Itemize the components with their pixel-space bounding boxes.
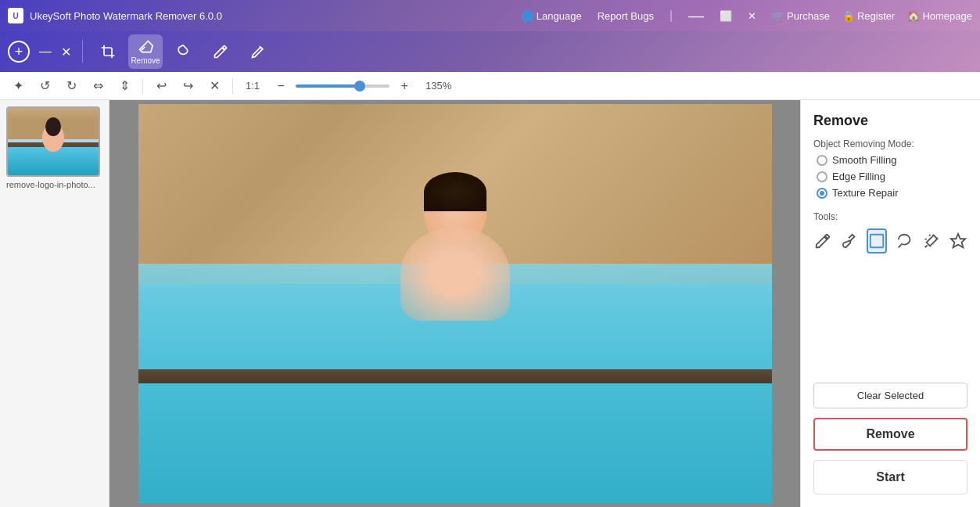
thumbnail-image	[8, 108, 99, 175]
magic-wand-button[interactable]	[922, 228, 941, 254]
cancel-button[interactable]: ✕	[203, 75, 226, 97]
panel-title: Remove	[813, 113, 967, 129]
undo-button[interactable]: ↩	[149, 75, 173, 97]
close-control[interactable]: ✕	[748, 10, 756, 22]
edge-radio[interactable]	[817, 171, 827, 182]
zoom-slider-thumb[interactable]	[354, 81, 365, 92]
zoom-ratio-label: 1:1	[246, 80, 260, 92]
close-file-button[interactable]: ✕	[61, 45, 71, 59]
remove-tool-button[interactable]: Remove	[128, 34, 163, 69]
person-hair	[424, 172, 486, 211]
photo-display	[138, 104, 772, 503]
main-content: remove-logo-in-photo... Remove	[0, 100, 980, 507]
smooth-filling-option[interactable]: Smooth Filling	[817, 154, 967, 166]
fill-tool-button[interactable]	[166, 34, 200, 69]
lasso-icon	[896, 232, 914, 250]
remove-button[interactable]: Remove	[813, 418, 967, 451]
flip-h-button[interactable]: ⇔	[86, 75, 109, 97]
language-link[interactable]: 🌐 Language	[521, 10, 582, 22]
toolbar-separator-1	[82, 40, 83, 63]
title-nav: 🌐 Language Report Bugs | — ⬜ ✕	[521, 7, 756, 25]
minimize-control[interactable]: —	[688, 7, 704, 25]
rect-icon	[868, 232, 885, 250]
clear-selected-button[interactable]: Clear Selected	[813, 383, 967, 408]
purchase-link[interactable]: 🛒 Purchase	[772, 10, 830, 22]
ai-icon	[949, 232, 967, 250]
zoom-in-button[interactable]: +	[393, 75, 416, 97]
texture-repair-option[interactable]: Texture Repair	[817, 187, 967, 199]
brush-select-button[interactable]	[840, 228, 859, 254]
tools-label: Tools:	[813, 211, 967, 222]
canvas-area[interactable]	[109, 100, 800, 507]
tools-section: Tools:	[813, 211, 967, 254]
remove-file-button[interactable]: —	[39, 45, 52, 59]
action-nav: 🛒 Purchase 🔒 Register 🏠 Homepage	[772, 10, 972, 22]
svg-rect-6	[871, 235, 884, 248]
report-bugs-link[interactable]: Report Bugs	[598, 10, 654, 22]
title-sep: |	[669, 9, 673, 23]
zoom-out-button[interactable]: −	[269, 75, 293, 97]
picker-tool-button[interactable]	[241, 34, 275, 69]
pencil-tool-button[interactable]	[813, 228, 832, 254]
edge-filling-option[interactable]: Edge Filling	[817, 171, 967, 182]
brush-icon	[213, 44, 228, 59]
register-link[interactable]: 🔒 Register	[842, 10, 895, 22]
magic-wand-icon	[923, 232, 940, 250]
crop-icon	[100, 44, 116, 59]
file-name-label: remove-logo-in-photo...	[6, 180, 102, 189]
crop-tool-button[interactable]	[91, 34, 125, 69]
lasso-tool-button[interactable]	[895, 228, 914, 254]
rect-select-button[interactable]	[867, 228, 887, 254]
file-thumbnail[interactable]	[6, 106, 100, 177]
rotate-right-button[interactable]: ↻	[59, 75, 83, 97]
mode-radio-group: Smooth Filling Edge Filling Texture Repa…	[817, 154, 967, 199]
panel-spacer	[813, 263, 967, 373]
start-button[interactable]: Start	[813, 460, 967, 494]
brush-tool-button[interactable]	[203, 34, 238, 69]
thumbnail-preview	[8, 108, 99, 175]
pencil-icon	[814, 232, 831, 250]
zoom-slider[interactable]	[296, 84, 389, 88]
lock-icon: 🔒	[842, 10, 855, 22]
eraser-icon	[138, 39, 153, 55]
flip-v-button[interactable]: ⇕	[113, 75, 136, 97]
zoom-slider-container[interactable]	[296, 84, 389, 88]
right-panel: Remove Object Removing Mode: Smooth Fill…	[800, 100, 980, 507]
texture-radio[interactable]	[817, 188, 827, 199]
move-tool-button[interactable]: ✦	[6, 75, 30, 97]
person-silhouette	[377, 172, 533, 391]
app-title: UkeySoft Photo Watermark Remover 6.0.0	[30, 10, 521, 22]
home-icon: 🏠	[907, 10, 920, 22]
main-toolbar: + — ✕ Remove	[0, 31, 980, 72]
title-bar: U UkeySoft Photo Watermark Remover 6.0.0…	[0, 0, 980, 31]
ai-select-button[interactable]	[949, 228, 967, 254]
app-logo: U	[8, 8, 23, 23]
add-file-button[interactable]: +	[8, 41, 30, 63]
rotate-left-button[interactable]: ↺	[33, 75, 56, 97]
svg-marker-7	[951, 234, 965, 247]
remove-tool-label: Remove	[131, 56, 160, 65]
edit-sep-2	[232, 78, 233, 94]
person-body	[400, 227, 510, 321]
brush-select-icon	[841, 232, 858, 250]
fill-icon	[175, 44, 191, 59]
picker-icon	[250, 44, 266, 59]
homepage-link[interactable]: 🏠 Homepage	[907, 10, 972, 22]
mode-label: Object Removing Mode:	[813, 138, 967, 149]
language-icon: 🌐	[521, 10, 533, 22]
edit-toolbar: ✦ ↺ ↻ ⇔ ⇕ ↩ ↪ ✕ 1:1 − + 135%	[0, 72, 980, 100]
removing-mode-section: Object Removing Mode: Smooth Filling Edg…	[813, 138, 967, 199]
maximize-control[interactable]: ⬜	[720, 10, 732, 22]
edit-sep-1	[142, 78, 143, 94]
svg-point-5	[45, 117, 61, 136]
zoom-percent-label: 135%	[425, 80, 455, 92]
file-panel: remove-logo-in-photo...	[0, 100, 109, 507]
smooth-radio[interactable]	[817, 155, 827, 166]
cart-icon: 🛒	[772, 10, 784, 22]
redo-button[interactable]: ↪	[176, 75, 199, 97]
tools-icons	[813, 228, 967, 254]
